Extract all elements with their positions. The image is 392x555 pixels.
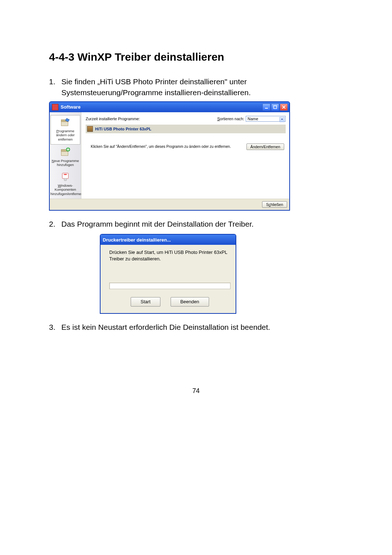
content-area: Zurzeit installierte Programme: Sortiere… [81, 112, 289, 199]
step-1-number: 1. [49, 76, 61, 98]
close-window-button[interactable]: Schließen [262, 201, 287, 208]
program-icon [87, 126, 93, 132]
window-title: Software [61, 104, 262, 110]
sidebar-item-change-remove[interactable]: Programme ändern oder entfernen [50, 115, 80, 145]
section-heading: 4-4-3 WinXP Treiber deinstallieren [49, 51, 343, 63]
svg-rect-8 [64, 179, 66, 181]
close-button[interactable] [280, 104, 288, 111]
box-remove-icon [60, 117, 71, 128]
sidebar-item-label: Neue Programme hinzufügen [50, 159, 80, 167]
sidebar: Programme ändern oder entfernen Neue Pro… [50, 112, 81, 199]
svg-rect-1 [274, 106, 277, 109]
dialog-titlebar: Druckertreiber deinstallieren... [101, 235, 236, 245]
change-remove-button[interactable]: Ändern/Entfernen [246, 143, 284, 150]
sidebar-item-add-new[interactable]: Neue Programme hinzufügen [50, 145, 81, 170]
step-1-text: Sie finden „HiTi USB Photo Printer deins… [61, 76, 343, 98]
installed-programs-label: Zurzeit installierte Programme: [86, 117, 217, 121]
step-3-text: Es ist kein Neustart erforderlich Die De… [61, 322, 343, 333]
uninstall-dialog: Druckertreiber deinstallieren... Drücken… [100, 234, 236, 314]
minimize-button[interactable] [262, 104, 270, 111]
sort-label: Sortieren nach: [217, 117, 244, 121]
sort-dropdown[interactable]: Name [246, 116, 286, 122]
step-3-number: 3. [49, 322, 61, 333]
step-3: 3. Es ist kein Neustart erforderlich Die… [49, 322, 343, 333]
start-button[interactable]: Start [131, 297, 160, 307]
maximize-icon [273, 105, 277, 109]
step-2: 2. Das Programm beginnt mit der Deinstal… [49, 219, 343, 230]
quit-button[interactable]: Beenden [171, 297, 209, 307]
sidebar-item-label: Windows-Komponenten hinzufügen/entfernen [50, 183, 80, 196]
dialog-body-text: Drücken Sie auf Start, um HiTi USB Photo… [109, 249, 230, 283]
sidebar-item-windows-components[interactable]: Windows-Komponenten hinzufügen/entfernen [50, 170, 81, 199]
sidebar-item-label: Programme ändern oder entfernen [52, 129, 79, 141]
app-icon [52, 104, 58, 110]
progress-bar [109, 283, 230, 289]
dialog-title: Druckertreiber deinstallieren... [103, 237, 234, 243]
maximize-button[interactable] [271, 104, 279, 111]
step-2-number: 2. [49, 219, 61, 230]
svg-rect-7 [62, 173, 69, 179]
change-hint-text: Klicken Sie auf "Ändern/Entfernen", um d… [91, 145, 231, 149]
program-name: HiTi USB Photo Printer 63xPL [95, 127, 151, 131]
software-window: Software Programme ändern od [49, 101, 290, 211]
close-icon [282, 105, 286, 109]
step-2-text: Das Programm beginnt mit der Deinstallat… [61, 219, 343, 230]
page-number: 74 [49, 387, 343, 395]
titlebar: Software [50, 102, 289, 112]
program-row[interactable]: HiTi USB Photo Printer 63xPL [86, 125, 286, 133]
minimize-icon [265, 105, 268, 109]
svg-rect-0 [265, 108, 268, 109]
box-add-icon [60, 147, 71, 158]
windows-components-icon [60, 171, 71, 182]
step-1: 1. Sie finden „HiTi USB Photo Printer de… [49, 76, 343, 98]
